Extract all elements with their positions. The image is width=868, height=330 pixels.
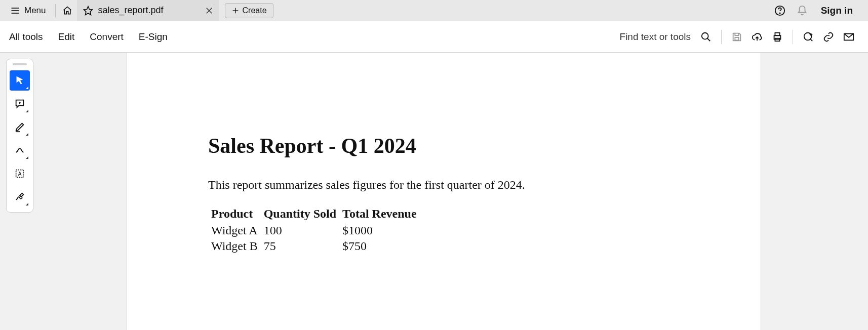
svg-point-10 xyxy=(702,32,708,39)
tool-sign[interactable] xyxy=(10,187,30,207)
menu-esign[interactable]: E-Sign xyxy=(139,31,168,43)
plus-icon xyxy=(231,7,240,15)
help-button[interactable] xyxy=(771,0,788,21)
sign-icon xyxy=(14,191,25,202)
app-topbar: Menu sales_report.pdf Create Sign in xyxy=(0,0,868,21)
svg-line-17 xyxy=(811,39,813,41)
document-table: Product Quantity Sold Total Revenue Widg… xyxy=(208,207,420,254)
table-row: Widget A 100 $1000 xyxy=(208,223,420,238)
link-icon xyxy=(823,31,834,43)
star-icon[interactable] xyxy=(83,6,93,16)
document-paragraph: This report summarizes sales figures for… xyxy=(208,178,760,192)
table-header: Total Revenue xyxy=(339,207,419,223)
email-button[interactable] xyxy=(839,31,859,43)
hamburger-icon xyxy=(10,6,20,16)
table-header: Quantity Sold xyxy=(261,207,339,223)
svg-line-11 xyxy=(707,38,711,41)
table-cell: Widget A xyxy=(208,223,261,238)
tab-title: sales_report.pdf xyxy=(98,5,200,16)
tool-draw[interactable] xyxy=(10,140,30,160)
find-label[interactable]: Find text or tools xyxy=(620,31,691,43)
separator xyxy=(721,30,722,44)
menu-edit[interactable]: Edit xyxy=(58,31,75,43)
table-header-row: Product Quantity Sold Total Revenue xyxy=(208,207,420,223)
home-icon xyxy=(62,6,72,16)
secondary-toolbar: All tools Edit Convert E-Sign Find text … xyxy=(0,21,868,53)
comment-icon xyxy=(14,98,25,109)
sign-in-button[interactable]: Sign in xyxy=(816,5,858,16)
menu-all-tools[interactable]: All tools xyxy=(9,31,43,43)
table-row: Widget B 75 $750 xyxy=(208,238,420,254)
table-cell: $1000 xyxy=(339,223,419,238)
main-area: A Sales Report - Q1 2024 This report sum… xyxy=(0,53,868,330)
document-tab[interactable]: sales_report.pdf xyxy=(77,0,219,21)
svg-text:A: A xyxy=(18,171,22,177)
help-icon xyxy=(774,5,785,16)
close-icon[interactable] xyxy=(205,6,214,15)
tool-highlight[interactable] xyxy=(10,117,30,137)
table-header: Product xyxy=(208,207,261,223)
table-cell: $750 xyxy=(339,238,419,254)
svg-point-16 xyxy=(804,32,812,40)
print-button[interactable] xyxy=(767,31,787,43)
mail-icon xyxy=(843,31,854,43)
tool-palette: A xyxy=(6,59,33,213)
draw-icon xyxy=(14,145,25,156)
menu-convert[interactable]: Convert xyxy=(90,31,124,43)
document-title: Sales Report - Q1 2024 xyxy=(208,134,760,158)
notifications-button[interactable] xyxy=(794,0,811,21)
ai-assist-button[interactable] xyxy=(798,31,818,43)
menu-label: Menu xyxy=(24,6,46,16)
svg-marker-3 xyxy=(84,6,92,15)
tool-comment[interactable] xyxy=(10,94,30,114)
ai-sparkle-icon xyxy=(803,31,814,43)
search-button[interactable] xyxy=(696,31,716,43)
svg-rect-14 xyxy=(775,32,779,35)
create-label: Create xyxy=(243,6,267,15)
create-button[interactable]: Create xyxy=(225,3,273,18)
link-button[interactable] xyxy=(818,31,839,43)
home-button[interactable] xyxy=(58,0,77,21)
separator xyxy=(793,30,793,44)
cloud-upload-icon xyxy=(752,31,763,43)
menu-button[interactable]: Menu xyxy=(0,0,53,21)
pencil-icon xyxy=(14,121,25,133)
tool-select[interactable] xyxy=(10,70,30,91)
document-canvas[interactable]: Sales Report - Q1 2024 This report summa… xyxy=(127,53,868,330)
table-cell: 75 xyxy=(261,238,339,254)
drag-handle[interactable] xyxy=(13,63,27,65)
save-icon xyxy=(731,31,742,43)
text-select-icon: A xyxy=(14,168,25,179)
print-icon xyxy=(772,31,783,43)
search-icon xyxy=(700,31,712,43)
bell-icon xyxy=(797,5,808,16)
svg-point-9 xyxy=(779,13,780,13)
tool-text-select[interactable]: A xyxy=(10,163,30,184)
svg-rect-12 xyxy=(735,37,738,40)
document-page: Sales Report - Q1 2024 This report summa… xyxy=(127,53,760,330)
cursor-icon xyxy=(14,75,25,86)
table-cell: 100 xyxy=(261,223,339,238)
save-button[interactable] xyxy=(727,31,747,43)
cloud-upload-button[interactable] xyxy=(747,31,767,43)
separator xyxy=(55,4,56,17)
table-cell: Widget B xyxy=(208,238,261,254)
